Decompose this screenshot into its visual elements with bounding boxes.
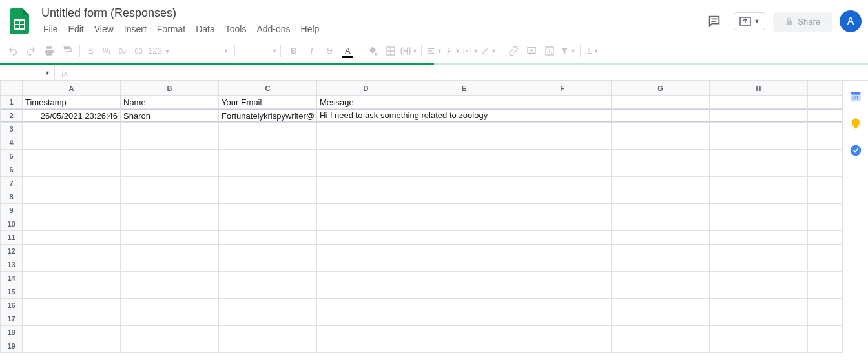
cell-D17[interactable] [317, 312, 415, 326]
cell-A2[interactable]: 26/05/2021 23:26:46 [23, 109, 121, 123]
decrease-decimal-button[interactable]: .0↙ [114, 47, 130, 55]
cell-A1[interactable]: Timestamp [23, 96, 121, 109]
cell-C11[interactable] [219, 231, 317, 245]
cell-D10[interactable] [317, 217, 415, 231]
cell-G11[interactable] [612, 231, 710, 245]
more-formats-button[interactable]: 123 ▼ [145, 46, 172, 56]
cell-B18[interactable] [121, 326, 219, 339]
spreadsheet-grid[interactable]: ABCDEFGH1TimestampNameYour EmailMessage2… [0, 81, 843, 353]
cell-extra-11[interactable] [808, 231, 843, 245]
cell-F11[interactable] [513, 231, 612, 245]
cell-H11[interactable] [710, 231, 808, 245]
cell-A3[interactable] [23, 123, 121, 136]
cell-D6[interactable] [317, 163, 415, 177]
bold-button[interactable]: B [284, 41, 302, 61]
row-header-15[interactable]: 15 [1, 285, 23, 299]
cell-G4[interactable] [612, 136, 710, 150]
menu-help[interactable]: Help [296, 22, 324, 36]
cell-H12[interactable] [710, 245, 808, 258]
cell-B4[interactable] [121, 136, 219, 150]
cell-C2[interactable]: Fortunatelykrispywriter@ [219, 109, 317, 123]
italic-button[interactable]: I [302, 41, 320, 61]
cell-F19[interactable] [513, 339, 612, 353]
column-header-H[interactable]: H [710, 81, 808, 96]
cell-E12[interactable] [415, 245, 513, 258]
cell-E13[interactable] [415, 258, 513, 272]
present-button[interactable]: ▼ [734, 12, 765, 30]
cell-G13[interactable] [612, 258, 710, 272]
font-size-dropdown[interactable]: ▼ [238, 48, 277, 54]
cell-extra-19[interactable] [808, 339, 843, 353]
row-header-5[interactable]: 5 [1, 150, 23, 163]
cell-F17[interactable] [513, 312, 612, 326]
tasks-icon[interactable] [849, 144, 862, 157]
cell-C18[interactable] [219, 326, 317, 339]
cell-B19[interactable] [121, 339, 219, 353]
cell-E15[interactable] [415, 285, 513, 299]
cell-A12[interactable] [23, 245, 121, 258]
menu-data[interactable]: Data [191, 22, 220, 36]
cell-A6[interactable] [23, 163, 121, 177]
cell-H13[interactable] [710, 258, 808, 272]
cell-C16[interactable] [219, 299, 317, 312]
sheets-logo[interactable] [6, 8, 32, 34]
merge-cells-button[interactable]: ▼ [400, 41, 418, 61]
cell-G2[interactable] [612, 109, 710, 123]
cell-B13[interactable] [121, 258, 219, 272]
cell-H5[interactable] [710, 150, 808, 163]
cell-D1[interactable]: Message [317, 96, 415, 109]
cell-extra-16[interactable] [808, 299, 843, 312]
functions-button[interactable]: Σ▼ [584, 41, 602, 61]
cell-F2[interactable] [513, 109, 612, 123]
cell-E5[interactable] [415, 150, 513, 163]
cell-E17[interactable] [415, 312, 513, 326]
cell-A7[interactable] [23, 177, 121, 190]
cell-G3[interactable] [612, 123, 710, 136]
cell-extra-9[interactable] [808, 204, 843, 217]
cell-H6[interactable] [710, 163, 808, 177]
cell-D2[interactable]: Hi I need to ask something related to zo… [317, 109, 415, 123]
cell-extra-2[interactable] [808, 109, 843, 123]
cell-E6[interactable] [415, 163, 513, 177]
column-header-G[interactable]: G [612, 81, 710, 96]
cell-E18[interactable] [415, 326, 513, 339]
cell-B11[interactable] [121, 231, 219, 245]
cell-H14[interactable] [710, 272, 808, 285]
row-header-11[interactable]: 11 [1, 231, 23, 245]
cell-D11[interactable] [317, 231, 415, 245]
cell-A13[interactable] [23, 258, 121, 272]
cell-F7[interactable] [513, 177, 612, 190]
cell-extra-12[interactable] [808, 245, 843, 258]
cell-extra-18[interactable] [808, 326, 843, 339]
cell-G16[interactable] [612, 299, 710, 312]
cell-E16[interactable] [415, 299, 513, 312]
menu-tools[interactable]: Tools [221, 22, 251, 36]
filter-button[interactable]: ▼ [559, 41, 577, 61]
cell-extra-5[interactable] [808, 150, 843, 163]
percent-button[interactable]: % [99, 46, 114, 56]
cell-extra-8[interactable] [808, 190, 843, 204]
strikethrough-button[interactable]: S [320, 41, 338, 61]
account-avatar[interactable]: A [840, 10, 862, 32]
cell-C1[interactable]: Your Email [219, 96, 317, 109]
select-all-corner[interactable] [1, 81, 23, 96]
cell-C5[interactable] [219, 150, 317, 163]
cell-G19[interactable] [612, 339, 710, 353]
row-header-1[interactable]: 1 [1, 96, 23, 109]
column-header-B[interactable]: B [121, 81, 219, 96]
cell-extra-17[interactable] [808, 312, 843, 326]
cell-F13[interactable] [513, 258, 612, 272]
cell-A11[interactable] [23, 231, 121, 245]
cell-extra-4[interactable] [808, 136, 843, 150]
cell-F3[interactable] [513, 123, 612, 136]
cell-G7[interactable] [612, 177, 710, 190]
cell-A5[interactable] [23, 150, 121, 163]
cell-D9[interactable] [317, 204, 415, 217]
cell-B14[interactable] [121, 272, 219, 285]
cell-E1[interactable] [415, 96, 513, 109]
cell-extra-14[interactable] [808, 272, 843, 285]
cell-F10[interactable] [513, 217, 612, 231]
cell-G10[interactable] [612, 217, 710, 231]
horizontal-align-button[interactable]: ▼ [425, 41, 443, 61]
name-box[interactable]: ▼ [0, 65, 55, 80]
